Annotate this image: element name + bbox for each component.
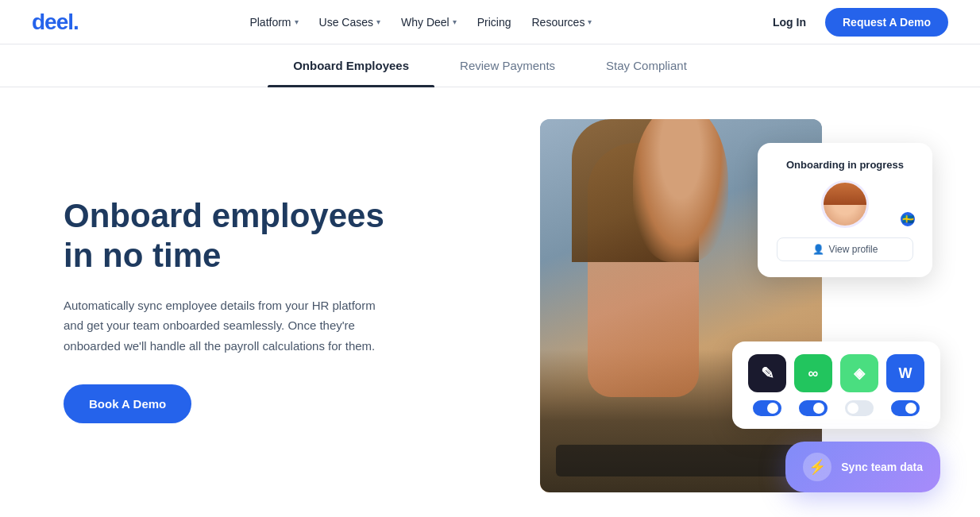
hero-subtext: Automatically sync employee details from… (64, 295, 397, 357)
nav-actions: Log In Request A Demo (763, 8, 948, 37)
integration-icon-1[interactable]: ∞ (794, 354, 832, 392)
chevron-down-icon: ▾ (453, 17, 457, 26)
lightning-icon: ⚡ (808, 458, 826, 476)
main-content: Onboard employees in no time Automatical… (0, 87, 980, 516)
toggles-row (748, 400, 924, 416)
integration-icon-2[interactable]: ◈ (840, 354, 878, 392)
toggle-wrap-0 (748, 400, 786, 416)
toggle-0[interactable] (753, 400, 781, 416)
person-icon: 👤 (812, 244, 824, 255)
tab-stay-compliant[interactable]: Stay Compliant (581, 44, 712, 87)
toggle-3[interactable] (891, 400, 920, 416)
navbar: deel. Platform ▾ Use Cases ▾ Why Deel ▾ … (0, 0, 980, 44)
toggle-1[interactable] (799, 400, 828, 416)
sync-label: Sync team data (841, 461, 923, 473)
integration-icons-row: ✎ ∞ ◈ W (748, 354, 924, 392)
avatar-wrap: 🇸🇪 (777, 180, 913, 228)
nav-use-cases[interactable]: Use Cases ▾ (311, 11, 388, 33)
nav-platform[interactable]: Platform ▾ (241, 11, 306, 33)
tab-onboard-employees[interactable]: Onboard Employees (268, 44, 434, 87)
toggle-wrap-3 (886, 400, 924, 416)
onboarding-progress-card: Onboarding in progress 🇸🇪 👤 View profile (758, 143, 932, 277)
toggle-2[interactable] (845, 400, 874, 416)
nav-pricing[interactable]: Pricing (469, 11, 519, 33)
integration-icon-3[interactable]: W (886, 354, 924, 392)
chevron-down-icon: ▾ (295, 17, 299, 26)
login-button[interactable]: Log In (763, 11, 816, 33)
chevron-down-icon: ▾ (588, 17, 592, 26)
nav-links: Platform ▾ Use Cases ▾ Why Deel ▾ Pricin… (241, 11, 600, 33)
nav-resources[interactable]: Resources ▾ (523, 11, 600, 33)
tab-review-payments[interactable]: Review Payments (434, 44, 581, 87)
integrations-card: ✎ ∞ ◈ W (732, 341, 940, 429)
logo[interactable]: deel. (32, 10, 79, 35)
sync-icon-wrap: ⚡ (803, 453, 831, 481)
chevron-down-icon: ▾ (376, 17, 380, 26)
request-demo-button[interactable]: Request A Demo (825, 8, 948, 37)
logo-text: deel (32, 10, 73, 34)
hero-headline: Onboard employees in no time (64, 196, 413, 276)
right-panel: Onboarding in progress 🇸🇪 👤 View profile… (445, 119, 916, 500)
nav-why-deel[interactable]: Why Deel ▾ (393, 11, 465, 33)
toggle-wrap-2 (840, 400, 878, 416)
tabs-container: Onboard Employees Review Payments Stay C… (0, 44, 980, 87)
toggle-wrap-1 (794, 400, 832, 416)
avatar (821, 180, 869, 228)
sync-team-card[interactable]: ⚡ Sync team data (785, 442, 940, 492)
book-demo-button[interactable]: Book A Demo (64, 384, 191, 423)
integration-icon-0[interactable]: ✎ (748, 354, 786, 392)
country-flag-badge: 🇸🇪 (899, 210, 916, 228)
onboarding-card-title: Onboarding in progress (777, 159, 913, 171)
left-panel: Onboard employees in no time Automatical… (64, 196, 445, 423)
view-profile-button[interactable]: 👤 View profile (777, 237, 913, 261)
